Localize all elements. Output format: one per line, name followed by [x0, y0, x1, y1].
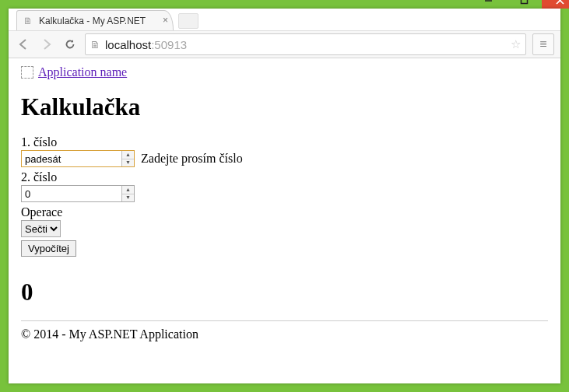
chevron-up-icon[interactable]: ▲ [122, 186, 134, 194]
page-content: Application name Kalkulačka 1. číslo ▲▼ … [9, 58, 560, 383]
new-tab-button[interactable] [178, 13, 198, 29]
chevron-down-icon[interactable]: ▼ [122, 159, 134, 167]
window-minimize-button[interactable] [470, 0, 506, 9]
reload-button[interactable] [61, 36, 79, 53]
address-bar[interactable]: 🗎 localhost:50913 ☆ [85, 33, 526, 55]
result-value: 0 [21, 278, 548, 306]
chevron-down-icon[interactable]: ▼ [122, 194, 134, 202]
chevron-up-icon[interactable]: ▲ [122, 151, 134, 159]
submit-button[interactable]: Vypočítej [21, 240, 76, 257]
url-rest: :50913 [151, 38, 187, 51]
spinner-num2[interactable]: ▲▼ [121, 186, 134, 201]
page-title: Kalkulačka [21, 93, 548, 121]
forward-button[interactable] [38, 36, 55, 53]
back-button[interactable] [15, 36, 32, 53]
broken-image-icon [21, 66, 33, 79]
tab-title: Kalkulačka - My ASP.NET [39, 16, 146, 26]
tab-close-icon[interactable]: × [163, 15, 168, 26]
bookmark-star-icon[interactable]: ☆ [511, 37, 521, 51]
toolbar: 🗎 localhost:50913 ☆ ≡ [9, 31, 560, 58]
input-num1[interactable] [21, 150, 135, 167]
svg-line-3 [557, 0, 564, 4]
site-icon: 🗎 [90, 39, 100, 51]
url-host: localhost [105, 38, 151, 51]
page-icon: 🗎 [23, 16, 34, 26]
window-maximize-button[interactable] [506, 0, 542, 9]
error-num1: Zadejte prosím číslo [141, 152, 243, 166]
input-num2[interactable] [21, 185, 135, 202]
footer-text: © 2014 - My ASP.NET Application [21, 327, 548, 341]
operation-select[interactable]: Sečti [21, 220, 61, 237]
svg-line-2 [557, 0, 564, 4]
label-num1: 1. číslo [21, 135, 548, 149]
label-operation: Operace [21, 205, 548, 219]
svg-rect-1 [521, 0, 527, 3]
spinner-num1[interactable]: ▲▼ [121, 151, 134, 166]
browser-tab[interactable]: 🗎 Kalkulačka - My ASP.NET × [16, 10, 174, 30]
footer-divider [21, 320, 548, 321]
label-num2: 2. číslo [21, 170, 548, 184]
window-close-button[interactable] [542, 0, 569, 9]
appname-link[interactable]: Application name [38, 65, 127, 79]
tab-strip: 🗎 Kalkulačka - My ASP.NET × [9, 9, 560, 31]
browser-menu-button[interactable]: ≡ [532, 33, 554, 55]
